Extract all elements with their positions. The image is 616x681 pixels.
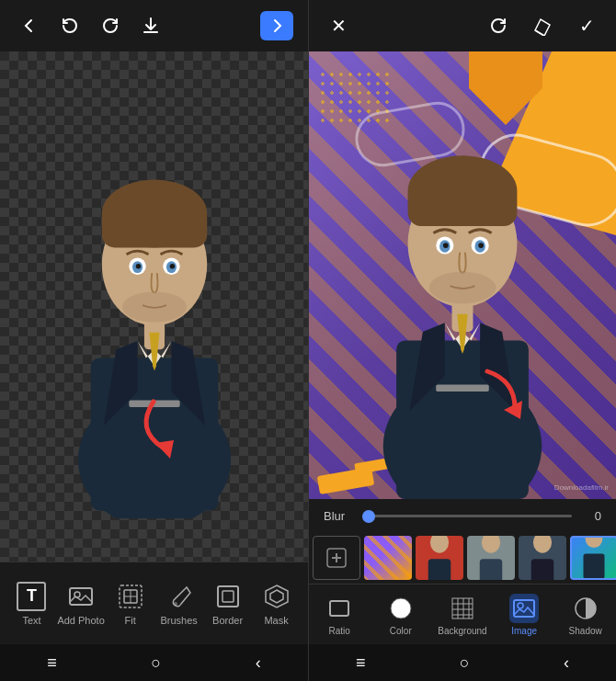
svg-line-31 xyxy=(535,30,544,36)
svg-rect-62 xyxy=(330,601,348,616)
refresh-icon[interactable] xyxy=(484,11,513,40)
red-arrow-left xyxy=(135,392,200,470)
svg-marker-30 xyxy=(535,19,550,36)
svg-point-60 xyxy=(586,536,603,548)
shadow-label: Shadow xyxy=(569,626,602,636)
svg-point-72 xyxy=(518,603,523,608)
svg-point-14 xyxy=(121,291,186,322)
add-photo-label: Add Photo xyxy=(57,615,104,626)
svg-point-25 xyxy=(174,602,177,606)
image-icon xyxy=(509,594,539,623)
thumb-4[interactable] xyxy=(519,536,566,580)
right-nav-menu-icon[interactable]: ≡ xyxy=(356,653,366,673)
left-toolbar xyxy=(0,0,308,51)
eraser-icon[interactable] xyxy=(528,11,557,40)
right-image-area: Downloadafilm.ir xyxy=(309,51,616,499)
background-label: Background xyxy=(438,626,486,636)
right-nav-home-icon[interactable]: ○ xyxy=(460,653,470,673)
nav-home-icon[interactable]: ○ xyxy=(151,653,161,673)
thumb-2[interactable] xyxy=(416,536,463,580)
svg-rect-27 xyxy=(222,591,234,602)
main-container: T Text Add Photo xyxy=(0,0,616,681)
svg-point-63 xyxy=(391,598,411,619)
svg-rect-57 xyxy=(480,559,502,580)
svg-marker-28 xyxy=(266,585,288,607)
right-nav-bar: ≡ ○ ‹ xyxy=(309,644,616,681)
border-label: Border xyxy=(212,615,243,626)
close-icon[interactable]: ✕ xyxy=(324,11,353,40)
svg-rect-61 xyxy=(583,554,604,578)
left-panel: T Text Add Photo xyxy=(0,0,308,681)
tool-text[interactable]: T Text xyxy=(8,582,54,626)
thumb-1[interactable] xyxy=(364,536,412,580)
color-icon xyxy=(386,594,416,623)
svg-rect-19 xyxy=(70,588,92,605)
left-bottom-bar: T Text Add Photo xyxy=(0,562,308,644)
text-label: Text xyxy=(22,615,40,626)
svg-rect-64 xyxy=(452,598,473,619)
right-nav-back-icon[interactable]: ‹ xyxy=(564,653,569,673)
download-icon[interactable] xyxy=(136,11,165,40)
svg-point-46 xyxy=(429,272,496,304)
fit-icon xyxy=(116,582,145,611)
mask-label: Mask xyxy=(264,615,288,626)
left-image-area xyxy=(0,51,308,562)
tool-fit[interactable]: Fit xyxy=(108,582,154,626)
tool-mask[interactable]: Mask xyxy=(254,582,300,626)
svg-point-58 xyxy=(533,536,552,553)
right-bottom-bar: Ratio Color xyxy=(309,584,616,644)
fit-label: Fit xyxy=(125,615,136,626)
blur-value: 0 xyxy=(583,509,601,523)
svg-rect-7 xyxy=(101,205,206,247)
svg-point-45 xyxy=(478,243,484,248)
svg-point-56 xyxy=(482,536,500,553)
thumbnail-strip xyxy=(309,532,616,584)
svg-rect-71 xyxy=(514,600,534,617)
blur-slider[interactable] xyxy=(362,515,572,517)
nav-back-icon[interactable]: ‹ xyxy=(256,653,261,673)
tool-border[interactable]: Border xyxy=(205,582,251,626)
right-toolbar-right: ✓ xyxy=(484,11,601,40)
left-nav-bar: ≡ ○ ‹ xyxy=(0,644,308,681)
svg-point-13 xyxy=(169,263,175,268)
svg-rect-39 xyxy=(408,182,518,226)
left-toolbar-left xyxy=(15,11,165,40)
blur-slider-thumb[interactable] xyxy=(362,510,375,523)
shadow-icon xyxy=(571,594,600,623)
tool-add-photo[interactable]: Add Photo xyxy=(57,582,104,626)
thumb-5-selected[interactable] xyxy=(570,536,616,580)
svg-point-12 xyxy=(135,263,141,268)
ratio-icon xyxy=(325,594,354,623)
red-arrow-right xyxy=(469,362,533,430)
mask-icon xyxy=(262,582,291,611)
color-label: Color xyxy=(390,626,412,636)
svg-rect-26 xyxy=(218,586,238,607)
check-icon[interactable]: ✓ xyxy=(572,11,601,40)
undo-icon[interactable] xyxy=(55,11,85,40)
add-photo-icon xyxy=(66,582,96,611)
tool-color[interactable]: Color xyxy=(377,594,425,636)
svg-rect-55 xyxy=(428,559,451,580)
tool-brushes[interactable]: Brushes xyxy=(156,582,202,626)
text-icon: T xyxy=(17,582,46,611)
brushes-icon xyxy=(165,582,194,611)
blur-control: Blur 0 xyxy=(309,499,616,532)
redo-icon[interactable] xyxy=(96,11,125,40)
thumb-3[interactable] xyxy=(467,536,515,580)
ratio-label: Ratio xyxy=(329,626,350,636)
image-label: Image xyxy=(511,626,537,636)
tool-background[interactable]: Background xyxy=(438,594,486,636)
tool-image[interactable]: Image xyxy=(500,594,548,636)
tool-ratio[interactable]: Ratio xyxy=(315,594,363,636)
back-icon[interactable] xyxy=(15,11,44,40)
brushes-label: Brushes xyxy=(160,615,197,626)
nav-menu-icon[interactable]: ≡ xyxy=(47,653,57,673)
thumb-add-button[interactable] xyxy=(313,536,360,580)
tool-shadow[interactable]: Shadow xyxy=(562,594,610,636)
right-toolbar: ✕ ✓ xyxy=(309,0,616,51)
border-icon xyxy=(213,582,243,611)
svg-rect-59 xyxy=(531,559,553,580)
blur-label: Blur xyxy=(324,509,351,523)
next-icon[interactable] xyxy=(260,11,293,40)
watermark: Downloadafilm.ir xyxy=(554,483,609,492)
